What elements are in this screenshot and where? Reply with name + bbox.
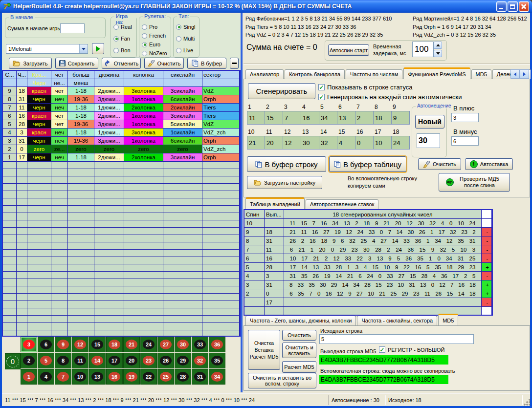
output-md5-field[interactable]: E4DA3B7FBBCE2345D7772B0674A318D5: [319, 355, 448, 365]
roulette-number-18[interactable]: 18: [106, 337, 123, 352]
minimize-button[interactable]: [496, 1, 507, 12]
minus-input[interactable]: [451, 136, 479, 146]
roulette-number-33[interactable]: 33: [192, 337, 208, 352]
roulette-number-19[interactable]: 19: [123, 369, 140, 385]
source-string-input[interactable]: [319, 334, 474, 344]
tab-md5[interactable]: MD5: [438, 314, 458, 325]
roulette-number-14[interactable]: 14: [89, 353, 106, 368]
roulette-number-2[interactable]: 2: [21, 353, 37, 368]
roulette-number-11[interactable]: 11: [72, 353, 89, 368]
radio-option-real[interactable]: Real: [113, 24, 132, 30]
autobet-button[interactable]: !Автоставка: [465, 158, 513, 170]
загрузить-button[interactable]: Загрузить: [9, 58, 52, 69]
spinner-up-icon[interactable]: [434, 42, 442, 49]
roulette-number-7[interactable]: 7: [55, 369, 71, 385]
очистить-button[interactable]: Очистить: [144, 58, 184, 69]
copy-table-to-buffer-button[interactable]: В буфер таблицу: [329, 156, 406, 172]
maximize-button[interactable]: [508, 1, 518, 12]
aux-string-field[interactable]: E4DA3B7FBBCE2345D7772B0674A318D5: [319, 375, 448, 384]
roulette-number-0[interactable]: 0: [5, 353, 21, 369]
roulette-number-15[interactable]: 15: [89, 337, 106, 352]
check-md5-button[interactable]: МД5 Проверить МД5 после спина: [439, 173, 510, 192]
tab-частота-сиклайны-сектора[interactable]: Частота - сиклайны, сектора: [357, 316, 437, 325]
roulette-number-13[interactable]: 13: [89, 369, 106, 385]
tab-scroll-left-icon[interactable]: [510, 69, 520, 79]
сохранить-button[interactable]: Сохранить: [55, 58, 98, 69]
roulette-number-17[interactable]: 17: [106, 353, 123, 368]
auto-generate-checkbox[interactable]: ✓ Генерировать на каждый спин автоматиче…: [318, 93, 462, 101]
roulette-number-3[interactable]: 3: [21, 337, 37, 352]
autoshift-input[interactable]: [417, 133, 440, 148]
roulette-number-30[interactable]: 30: [175, 337, 191, 352]
roulette-number-12[interactable]: 12: [72, 337, 89, 352]
tab-частота-zero-шансы-дюжины-колонки[interactable]: Частота - Zero, шансы, дюжины, колонки: [245, 316, 356, 325]
new-shift-button[interactable]: Новый: [415, 115, 444, 129]
roulette-number-25[interactable]: 25: [157, 369, 174, 385]
close-button[interactable]: [519, 1, 529, 12]
radio-option-pro[interactable]: Pro: [142, 24, 157, 30]
tab-таблица-выпадений[interactable]: Таблица выпадений: [245, 197, 305, 209]
roulette-number-32[interactable]: 32: [192, 353, 208, 368]
roulette-number-4[interactable]: 4: [38, 369, 54, 385]
md5-clear-paste-aux-button[interactable]: Очистить и вставить во вспом. строку: [248, 373, 316, 388]
tab-частоты-по-числам[interactable]: Частоты по числам: [346, 69, 402, 79]
md5-clear-button[interactable]: Очистить: [282, 330, 316, 341]
resize-grip[interactable]: [523, 399, 530, 406]
roulette-number-8[interactable]: 8: [55, 353, 71, 368]
radio-option-live[interactable]: Live: [176, 47, 193, 53]
roulette-number-35[interactable]: 35: [209, 353, 225, 368]
tab-scroll-right-icon[interactable]: [520, 69, 529, 79]
roulette-number-9[interactable]: 9: [55, 337, 71, 352]
copy-row-to-buffer-button[interactable]: В буфер строку: [247, 156, 326, 172]
roulette-number-29[interactable]: 29: [175, 353, 191, 368]
tab-функционал-psevdoms[interactable]: Функционал PsevdoMS: [403, 67, 470, 79]
load-settings-button[interactable]: Загрузить настройку: [247, 176, 322, 189]
roulette-number-31[interactable]: 31: [192, 369, 208, 385]
roulette-number-24[interactable]: 24: [140, 337, 157, 352]
autospin-start-button[interactable]: Автоспин старт: [328, 44, 369, 56]
plus-input[interactable]: [451, 113, 479, 122]
roulette-number-36[interactable]: 36: [209, 337, 225, 352]
tab-контроль-банкролла[interactable]: Контроль банкролла: [285, 69, 345, 79]
roulette-number-34[interactable]: 34: [209, 369, 225, 385]
radio-option-nozero[interactable]: NoZero: [142, 50, 167, 56]
title-bar[interactable]: 7 HelperRoullet 4.8- create helperroulle…: [0, 0, 532, 13]
spinner-down-icon[interactable]: [434, 50, 442, 57]
roulette-number-5[interactable]: 5: [38, 353, 54, 368]
отменить-button[interactable]: Отменить: [102, 58, 141, 69]
roulette-number-21[interactable]: 21: [123, 337, 140, 352]
tab-автопроставление-ставок[interactable]: Автопроставление ставок: [306, 199, 378, 209]
roulette-number-20[interactable]: 20: [123, 353, 140, 368]
roulette-number-28[interactable]: 28: [175, 369, 191, 385]
apply-preset-button[interactable]: [92, 43, 104, 54]
tab-md5[interactable]: MD5: [471, 69, 491, 79]
roulette-number-27[interactable]: 27: [157, 337, 174, 352]
md5-clear-paste-button[interactable]: Очистить и вставить: [282, 343, 316, 358]
md5-calc-button[interactable]: Расчет MD5: [282, 361, 316, 373]
roulette-number-10[interactable]: 10: [72, 369, 89, 385]
show-status-checkbox[interactable]: ✓ Показывать в строке статуса: [318, 84, 413, 91]
radio-option-bon[interactable]: Bon: [113, 47, 131, 53]
md5-all-in-one-button[interactable]: Очистка Вставка Расчет MD5: [248, 330, 280, 370]
radio-option-multi[interactable]: Multi: [176, 36, 195, 42]
roulette-number-1[interactable]: 1: [21, 369, 37, 385]
uppercase-checkbox[interactable]: ✓ РЕГИСТР - БОЛЬШОЙ: [379, 346, 444, 353]
tab-анализатор[interactable]: Анализатор: [245, 69, 284, 79]
delay-input[interactable]: [412, 42, 434, 57]
roulette-number-26[interactable]: 26: [157, 353, 174, 368]
в буфер-button[interactable]: В буфер: [187, 58, 226, 69]
roulette-number-6[interactable]: 6: [38, 337, 54, 352]
roulette-number-16[interactable]: 16: [106, 369, 123, 385]
collapse-button[interactable]: [230, 58, 239, 69]
radio-option-euro[interactable]: Euro: [142, 42, 160, 47]
roulette-number-23[interactable]: 23: [140, 353, 157, 368]
clear-generator-button[interactable]: Очистить: [418, 158, 461, 170]
radio-option-french[interactable]: French: [142, 33, 166, 39]
preset-combobox[interactable]: 1Melonati: [6, 44, 88, 54]
radio-option-fan[interactable]: Fan: [113, 36, 130, 42]
roulette-number-22[interactable]: 22: [140, 369, 157, 385]
generate-button[interactable]: Сгенерировать: [248, 83, 315, 99]
combo-dropdown-icon[interactable]: [79, 44, 88, 53]
radio-option-singl[interactable]: Singl: [176, 24, 195, 30]
start-sum-input[interactable]: [60, 23, 85, 33]
